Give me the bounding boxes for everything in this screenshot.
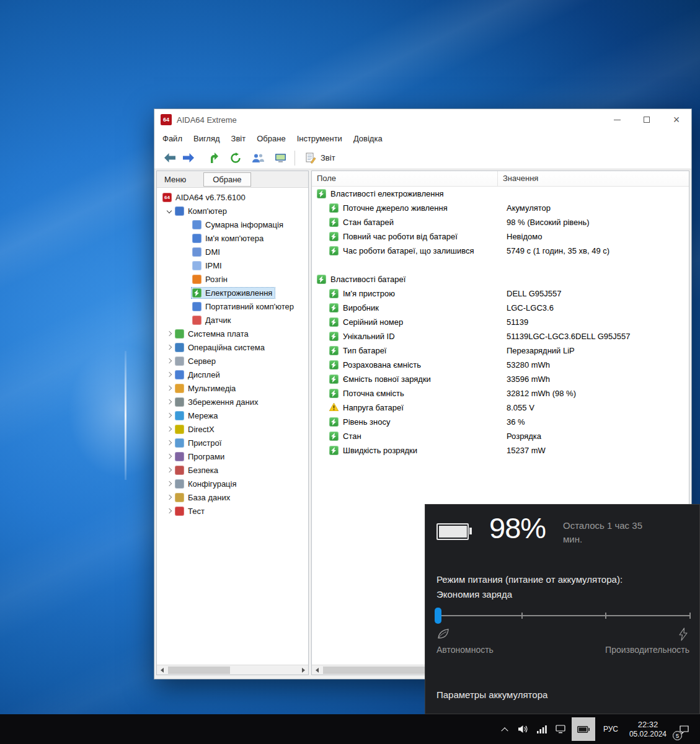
detail-row[interactable]: СтанРозрядка <box>312 429 689 443</box>
volume-button[interactable] <box>514 714 533 744</box>
close-button[interactable]: × <box>662 109 691 130</box>
menu-favorites[interactable]: Обране <box>251 131 291 146</box>
tree-item-portable[interactable]: Портативний комп'ютер <box>157 299 308 313</box>
speaker-icon <box>518 725 528 733</box>
tree-item-ipmi[interactable]: IPMI <box>157 259 308 272</box>
tree-item-dmi[interactable]: DMI <box>157 245 308 259</box>
tree-item-display[interactable]: Дисплей <box>157 368 308 381</box>
tree-item-summary[interactable]: Сумарна інформація <box>157 218 308 231</box>
tree-item-database[interactable]: База даних <box>157 490 308 504</box>
detail-row[interactable]: Тип батареїПерезарядний LiP <box>312 343 689 358</box>
detail-row[interactable]: Ім'я пристроюDELL G95J557 <box>312 286 689 301</box>
back-button[interactable] <box>161 149 179 167</box>
detail-row[interactable]: Стан батарей98 % (Високий рівень) <box>312 215 689 229</box>
network-button[interactable] <box>533 714 551 744</box>
menu-file[interactable]: Файл <box>157 131 188 146</box>
users-button[interactable] <box>249 149 267 167</box>
detail-row[interactable]: Рівень зносу36 % <box>312 415 689 429</box>
tab-favorites[interactable]: Обране <box>203 172 250 187</box>
detail-row[interactable]: Поточна ємність32812 mWh (98 %) <box>312 386 689 401</box>
scroll-thumb[interactable] <box>168 666 230 674</box>
language-indicator[interactable]: РУС <box>597 714 624 744</box>
collapsed-chevron-icon[interactable] <box>167 481 172 486</box>
detail-row[interactable]: Швидкість розрядки15237 mW <box>312 443 689 458</box>
tree-item-storage[interactable]: Збереження даних <box>157 395 308 409</box>
collapsed-chevron-icon[interactable] <box>167 345 172 350</box>
collapsed-chevron-icon[interactable] <box>167 495 172 500</box>
tree-item-multimedia[interactable]: Мультимедіа <box>157 381 308 395</box>
tree-item-security[interactable]: Безпека <box>157 463 308 477</box>
power-slider-handle[interactable] <box>435 608 441 624</box>
tree-item-devices[interactable]: Пристрої <box>157 436 308 450</box>
battery-tray-button[interactable] <box>572 717 595 741</box>
power-slider-track[interactable] <box>438 615 689 616</box>
collapsed-chevron-icon[interactable] <box>167 454 172 459</box>
collapsed-chevron-icon[interactable] <box>167 508 172 513</box>
report-button[interactable]: Звіт <box>300 149 340 167</box>
scroll-right-arrow[interactable] <box>298 665 308 675</box>
forward-button[interactable] <box>179 149 198 167</box>
tree-item-os[interactable]: Операційна система <box>157 340 308 354</box>
tree-item-software[interactable]: Програми <box>157 450 308 463</box>
collapsed-chevron-icon[interactable] <box>167 358 172 363</box>
tree-item-power[interactable]: Електроживлення <box>157 286 308 299</box>
collapsed-chevron-icon[interactable] <box>167 427 172 432</box>
collapsed-chevron-icon[interactable] <box>167 440 172 445</box>
section-header-row[interactable]: Властивості батареї <box>312 272 689 286</box>
detail-row[interactable]: Унікальний ID51139LGC-LGC3.6DELL G95J557 <box>312 329 689 343</box>
sidebar-hscrollbar[interactable] <box>157 665 308 675</box>
title-bar[interactable]: 64 AIDA64 Extreme × <box>154 109 691 130</box>
detail-row[interactable]: Поточне джерело живленняАкумулятор <box>312 201 689 215</box>
action-center-button[interactable]: 5 <box>671 714 696 744</box>
clock[interactable]: 22:32 05.02.2024 <box>624 714 671 744</box>
tree-item-server[interactable]: Сервер <box>157 354 308 368</box>
column-value[interactable]: Значення <box>498 171 689 186</box>
tree-item-pcname[interactable]: Ім'я комп'ютера <box>157 231 308 245</box>
scroll-track[interactable] <box>167 665 298 675</box>
menu-view[interactable]: Вигляд <box>188 131 226 146</box>
tree-item-sensor[interactable]: Датчик <box>157 313 308 327</box>
tree-item-motherboard[interactable]: Системна плата <box>157 327 308 340</box>
collapsed-chevron-icon[interactable] <box>167 372 172 377</box>
detail-row[interactable]: Час роботи батареї, що залишився5749 с (… <box>312 244 689 258</box>
collapsed-chevron-icon[interactable] <box>167 467 172 472</box>
battery-settings-link[interactable]: Параметры аккумулятора <box>436 689 547 700</box>
tree-item-directx[interactable]: DirectX <box>157 422 308 436</box>
column-field[interactable]: Поле <box>312 171 498 186</box>
field-name: Серійний номер <box>343 317 403 327</box>
up-level-button[interactable] <box>204 149 223 167</box>
tree-item-benchmark[interactable]: Тест <box>157 504 308 518</box>
tree-item-config[interactable]: Конфігурація <box>157 477 308 490</box>
minimize-button[interactable] <box>602 109 632 130</box>
collapsed-chevron-icon[interactable] <box>167 399 172 404</box>
detail-row[interactable]: Напруга батареї8.055 V <box>312 401 689 415</box>
detail-row[interactable]: Ємність повної зарядки33596 mWh <box>312 372 689 386</box>
tray-overflow-button[interactable] <box>495 714 514 744</box>
detail-row[interactable]: Повний час роботи від батареїНевідомо <box>312 229 689 244</box>
collapsed-chevron-icon[interactable] <box>167 331 172 336</box>
tree-item-aida64[interactable]: 64AIDA64 v6.75.6100 <box>157 190 308 204</box>
portable-icon <box>192 302 202 311</box>
section-header-row[interactable]: Властивості електроживлення <box>312 187 689 201</box>
scroll-left-arrow[interactable] <box>312 665 322 675</box>
tree-item-computer[interactable]: Комп'ютер <box>157 204 308 218</box>
tree-item-overclock[interactable]: Розгін <box>157 272 308 286</box>
detail-row[interactable]: Розрахована ємність53280 mWh <box>312 358 689 372</box>
menu-report[interactable]: Звіт <box>226 131 252 146</box>
section-gap <box>312 258 689 272</box>
detail-row[interactable]: Серійний номер51139 <box>312 315 689 329</box>
field-value: DELL G95J557 <box>507 289 561 298</box>
display-tray-button[interactable] <box>551 714 570 744</box>
menu-tools[interactable]: Інструменти <box>291 131 348 146</box>
tree-item-network[interactable]: Мережа <box>157 409 308 422</box>
menu-help[interactable]: Довідка <box>348 131 388 146</box>
detail-row[interactable]: ВиробникLGC-LGC3.6 <box>312 301 689 315</box>
scroll-left-arrow[interactable] <box>157 665 167 675</box>
collapsed-chevron-icon[interactable] <box>167 413 172 418</box>
remote-monitor-button[interactable] <box>271 149 290 167</box>
maximize-button[interactable] <box>632 109 662 130</box>
tab-menu[interactable]: Меню <box>157 172 193 187</box>
refresh-button[interactable] <box>226 149 245 167</box>
expanded-chevron-icon[interactable] <box>167 208 172 213</box>
collapsed-chevron-icon[interactable] <box>167 386 172 391</box>
